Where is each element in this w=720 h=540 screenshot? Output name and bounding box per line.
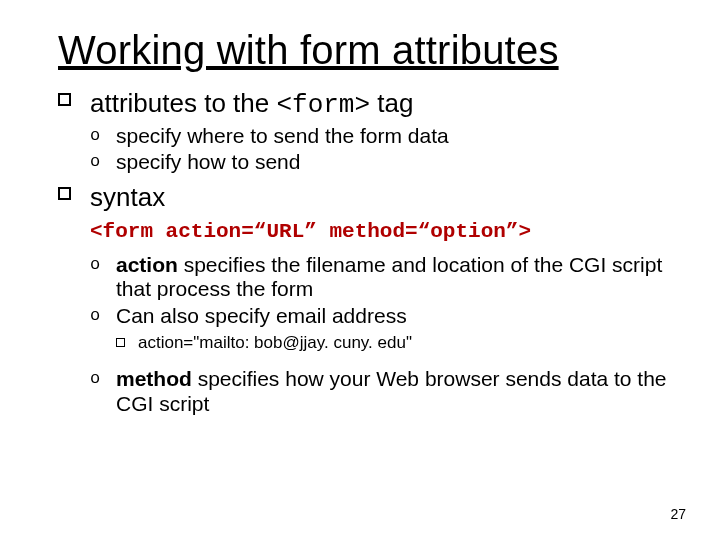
subbullet: o specify where to send the form data <box>90 124 672 149</box>
bullet-list-level2: o specify where to send the form data o … <box>90 124 672 176</box>
circle-bullet-icon: o <box>90 152 100 171</box>
circle-bullet-icon: o <box>90 255 100 274</box>
text-suffix: tag <box>370 88 413 118</box>
page-number: 27 <box>670 506 686 522</box>
slide: Working with form attributes attributes … <box>0 0 720 540</box>
subbullet-text: action specifies the filename and locati… <box>116 253 662 301</box>
bullet-list-level1: attributes to the <form> tag o specify w… <box>58 87 672 214</box>
bullet-syntax: syntax <box>58 181 672 214</box>
subbullet-email: o Can also specify email address action=… <box>90 304 672 353</box>
code-inline-form: <form> <box>276 90 370 120</box>
small-square-bullet-icon <box>116 338 125 347</box>
bold-word-method: method <box>116 367 192 390</box>
square-bullet-icon <box>58 187 71 200</box>
indent-holder: o action specifies the filename and loca… <box>58 253 672 417</box>
slide-title: Working with form attributes <box>58 28 672 73</box>
bullet-text: attributes to the <form> tag <box>90 88 413 118</box>
rest-text: specifies the filename and location of t… <box>116 253 662 301</box>
bullet-text: syntax <box>90 182 165 212</box>
bullet-list-level2: o method specifies how your Web browser … <box>90 367 672 417</box>
circle-bullet-icon: o <box>90 369 100 388</box>
subbullet-text: specify how to send <box>116 150 300 173</box>
subbullet-text: Can also specify email address <box>116 304 407 327</box>
subsubbullet-text: action="mailto: bob@jjay. cuny. edu" <box>138 333 412 352</box>
syntax-code-line: <form action=“URL” method=“option”> <box>90 220 672 243</box>
text-prefix: attributes to the <box>90 88 276 118</box>
subbullet: o specify how to send <box>90 150 672 175</box>
subbullet-text: specify where to send the form data <box>116 124 449 147</box>
subbullet-action: o action specifies the filename and loca… <box>90 253 672 303</box>
bullet-list-level3: action="mailto: bob@jjay. cuny. edu" <box>116 333 672 353</box>
spacer <box>90 355 672 365</box>
circle-bullet-icon: o <box>90 126 100 145</box>
subbullet-method: o method specifies how your Web browser … <box>90 367 672 417</box>
rest-text: specifies how your Web browser sends dat… <box>116 367 667 415</box>
subbullet-text: method specifies how your Web browser se… <box>116 367 667 415</box>
bullet-list-level2: o action specifies the filename and loca… <box>90 253 672 354</box>
bullet-attributes: attributes to the <form> tag o specify w… <box>58 87 672 175</box>
circle-bullet-icon: o <box>90 306 100 325</box>
subsubbullet-mailto: action="mailto: bob@jjay. cuny. edu" <box>116 333 672 353</box>
square-bullet-icon <box>58 93 71 106</box>
bold-word-action: action <box>116 253 178 276</box>
bullet-list-level1-continued: o action specifies the filename and loca… <box>58 253 672 417</box>
